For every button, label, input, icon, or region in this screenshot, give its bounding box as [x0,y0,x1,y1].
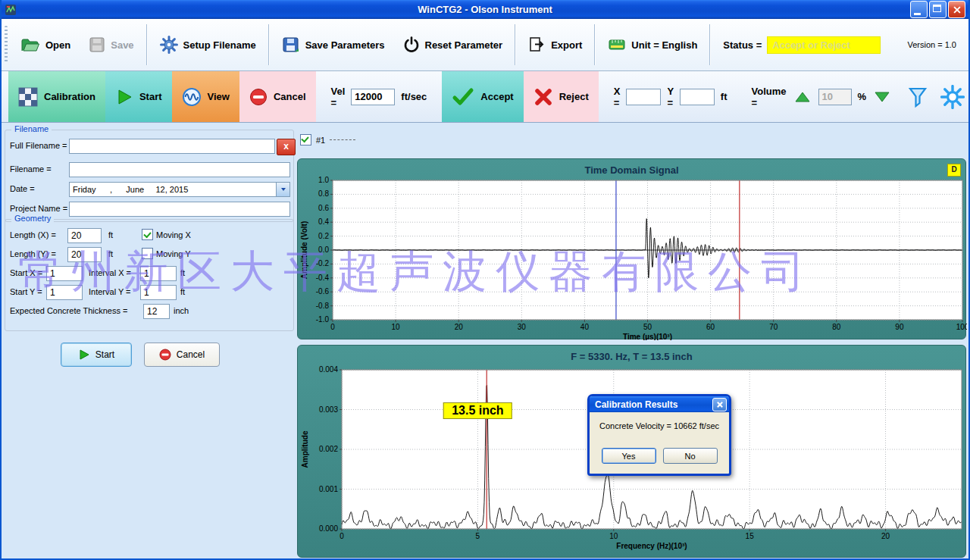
maximize-button[interactable] [929,1,947,18]
funnel-icon [907,86,928,108]
no-entry-icon [249,88,268,106]
svg-text:70: 70 [769,323,778,331]
interval-x-input[interactable] [140,266,177,281]
moving-x-checkbox[interactable] [142,229,153,240]
volume-unit: % [858,91,867,102]
y-input[interactable] [680,89,715,105]
open-label: Open [45,39,70,51]
svg-text:20: 20 [455,323,464,331]
save-button[interactable]: Save [80,36,142,53]
save-parameters-button[interactable]: Save Parameters [273,36,394,54]
dialog-close-icon[interactable] [712,398,727,411]
date-dropdown-button[interactable] [276,183,289,196]
filename-label: Filename = [10,164,52,174]
start-x-input[interactable] [46,266,83,281]
toolbar-separator [515,24,516,65]
svg-text:-0.8: -0.8 [316,302,330,310]
interval-x-label: Interval X = [89,268,131,277]
velocity-input[interactable] [351,89,395,105]
svg-text:30: 30 [518,323,527,331]
filter-button[interactable] [901,71,934,122]
svg-text:60: 60 [706,323,715,331]
interval-y-label: Interval Y = [89,287,131,296]
x-label: X = [614,86,621,108]
minimize-button[interactable] [910,1,928,18]
volume-down-button[interactable] [872,91,892,103]
play-icon [115,88,133,106]
yes-button[interactable]: Yes [602,448,656,464]
velocity-unit: ft/sec [401,91,427,102]
svg-text:80: 80 [832,323,841,331]
svg-text:0.4: 0.4 [318,217,329,226]
export-button[interactable]: Export [519,36,591,53]
x-mark-icon [534,87,553,107]
panel-start-button[interactable]: Start [61,343,132,367]
close-button[interactable] [948,1,965,18]
svg-text:Amplitude: Amplitude [301,430,309,468]
length-y-input[interactable] [67,247,102,262]
volume-input[interactable] [818,89,852,105]
setup-filename-label: Setup Filename [183,39,256,51]
svg-text:15: 15 [746,532,755,540]
svg-text:0.2: 0.2 [318,232,329,240]
reject-button[interactable]: Reject [524,71,599,122]
svg-text:50: 50 [643,323,652,331]
cancel-button[interactable]: Cancel [239,71,316,122]
date-value: Friday , June 12, 2015 [70,185,276,194]
date-dropdown[interactable]: Friday , June 12, 2015 [69,182,290,197]
calibration-grid-icon [18,87,38,107]
open-button[interactable]: Open [11,37,80,53]
svg-text:0: 0 [330,323,335,331]
svg-text:Time (µs)(10³): Time (µs)(10³) [623,333,672,340]
svg-text:10: 10 [392,323,401,331]
export-icon [528,36,546,53]
volume-label: Volume = [752,86,787,108]
toolbar-separator [594,24,596,65]
panel-cancel-button[interactable]: Cancel [144,343,220,367]
start-y-input[interactable] [46,285,83,300]
reset-parameter-button[interactable]: Reset Parameter [394,36,512,53]
thickness-annotation: 13.5 inch [443,402,512,419]
status-value: Accept or Reject [767,36,881,54]
toolbar-separator [709,24,711,65]
thickness-input[interactable] [143,304,170,319]
svg-text:0.004: 0.004 [319,365,338,374]
reject-label: Reject [559,91,589,102]
view-button[interactable]: View [172,71,239,122]
settings-button[interactable] [934,71,970,122]
length-x-input[interactable] [67,228,102,243]
project-name-input[interactable] [69,202,290,217]
start-button[interactable]: Start [105,71,172,122]
status-label: Status = [723,39,762,51]
interval-y-input[interactable] [140,285,177,300]
series-1-checkbox[interactable] [300,134,311,145]
svg-text:0.6: 0.6 [318,204,329,212]
reset-parameter-label: Reset Parameter [425,39,503,51]
filename-input[interactable] [69,162,290,177]
save-parameters-label: Save Parameters [305,39,385,51]
unit-toggle[interactable]: Unit = English [599,37,706,52]
x-input[interactable] [626,89,661,105]
moving-y-checkbox[interactable] [142,248,153,259]
setup-filename-button[interactable]: Setup Filename [151,36,265,54]
volume-group: Volume = % [743,71,902,122]
accept-button[interactable]: Accept [442,71,523,122]
d-display-button[interactable]: D [947,164,961,177]
svg-text:Frequency (Hz)(10³): Frequency (Hz)(10³) [616,542,687,550]
save-label: Save [111,39,133,51]
svg-text:100: 100 [956,323,967,331]
svg-text:5: 5 [476,532,480,540]
volume-up-button[interactable] [793,91,812,103]
svg-text:Amplitude (Volt): Amplitude (Volt) [300,221,308,279]
xy-group: X = Y = ft [605,71,737,122]
no-button[interactable]: No [663,448,718,464]
svg-text:0.001: 0.001 [319,485,338,493]
full-filename-input[interactable] [69,139,275,154]
toolbar-grip[interactable] [5,26,8,64]
time-domain-chart[interactable]: Time Domain Signal D 0102030405060708090… [297,158,966,339]
svg-text:20: 20 [881,532,890,540]
thickness-label: Expected Concrete Thickness = [10,306,127,315]
filename-group-title: Filename [11,124,52,133]
calibration-button[interactable]: Calibration [8,71,105,122]
clear-filename-button[interactable]: x [277,139,296,155]
